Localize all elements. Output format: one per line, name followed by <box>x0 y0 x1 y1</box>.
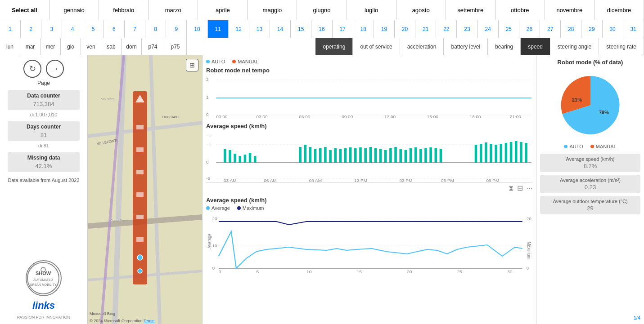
svg-rect-70 <box>364 148 367 163</box>
day-27[interactable]: 27 <box>540 20 561 38</box>
weekday-sab[interactable]: sab <box>101 38 122 55</box>
svg-text:2: 2 <box>206 77 209 82</box>
logo-area: SHOW AUTOMATED URBAN MOBILITY links PASS… <box>17 260 70 320</box>
day-29[interactable]: 29 <box>581 20 602 38</box>
day-1[interactable]: 1 <box>0 20 21 38</box>
day-22[interactable]: 22 <box>436 20 457 38</box>
month-marzo[interactable]: marzo <box>149 0 198 20</box>
svg-rect-94 <box>515 141 518 163</box>
svg-rect-68 <box>354 148 357 163</box>
day-10[interactable]: 10 <box>187 20 207 38</box>
svg-rect-59 <box>309 147 312 163</box>
day-4[interactable]: 4 <box>62 20 83 38</box>
show-logo: SHOW AUTOMATED URBAN MOBILITY <box>26 260 62 296</box>
month-aprile[interactable]: aprile <box>198 0 248 20</box>
chart-tools: ⧗ ⊟ ··· <box>206 184 532 192</box>
month-dicembre[interactable]: dicembre <box>594 0 644 20</box>
sensor-tab-out-of-service[interactable]: out of service <box>353 38 400 55</box>
day-2[interactable]: 2 <box>21 20 41 38</box>
pie-chart-area: 21% 79% <box>540 69 640 141</box>
more-icon[interactable]: ··· <box>527 184 532 192</box>
month-agosto[interactable]: agosto <box>396 0 446 20</box>
missing-data-title: Missing data <box>11 155 76 161</box>
weekday-mer[interactable]: mer <box>41 38 61 55</box>
svg-rect-76 <box>394 147 397 163</box>
day-11[interactable]: 11 <box>208 20 229 38</box>
day-24[interactable]: 24 <box>478 20 499 38</box>
svg-text:1: 1 <box>206 95 209 100</box>
next-button[interactable]: → <box>46 60 64 78</box>
day-8[interactable]: 8 <box>145 20 166 38</box>
day-15[interactable]: 15 <box>291 20 311 38</box>
svg-point-21 <box>137 255 143 260</box>
svg-text:SHOW: SHOW <box>36 271 51 276</box>
day-7[interactable]: 7 <box>125 20 145 38</box>
day-19[interactable]: 19 <box>374 20 395 38</box>
filter-icon[interactable]: ⧗ <box>509 184 513 192</box>
month-novembre[interactable]: novembre <box>545 0 594 20</box>
month-settembre[interactable]: settembre <box>446 0 495 20</box>
month-luglio[interactable]: luglio <box>347 0 396 20</box>
month-giugno[interactable]: giugno <box>297 0 347 20</box>
map-view-button[interactable]: ⊞ <box>186 59 198 71</box>
sensor-tab-speed[interactable]: speed <box>521 38 550 55</box>
svg-text:URBAN MOBILITY: URBAN MOBILITY <box>30 283 57 286</box>
sensor-tab-bearing[interactable]: bearing <box>488 38 521 55</box>
month-gennaio[interactable]: gennaio <box>50 0 99 20</box>
svg-rect-82 <box>424 148 427 163</box>
svg-text:15:00: 15:00 <box>427 115 438 118</box>
day-26[interactable]: 26 <box>519 20 540 38</box>
sensor-tab-steering-angle[interactable]: steering angle <box>550 38 599 55</box>
month-ottobre[interactable]: ottobre <box>495 0 545 20</box>
day-3[interactable]: 3 <box>41 20 62 38</box>
map-terms-link[interactable]: Terms <box>144 319 155 323</box>
day-28[interactable]: 28 <box>561 20 581 38</box>
day-21[interactable]: 21 <box>415 20 436 38</box>
sensor-tab-acceleration[interactable]: acceleration <box>400 38 444 55</box>
svg-rect-17 <box>136 170 144 174</box>
data-counter-card: Data counter 713,384 <box>8 90 80 110</box>
page-p75[interactable]: p75 <box>164 38 187 55</box>
day-12[interactable]: 12 <box>229 20 249 38</box>
select-all-button[interactable]: Select all <box>0 0 50 20</box>
day-20[interactable]: 20 <box>395 20 415 38</box>
days-bar: 1234567891011121314151617181920212223242… <box>0 20 644 38</box>
days-counter-di: di 81 <box>38 143 49 148</box>
svg-rect-69 <box>359 147 362 163</box>
day-6[interactable]: 6 <box>104 20 125 38</box>
weekday-gio[interactable]: gio <box>61 38 81 55</box>
day-14[interactable]: 14 <box>270 20 291 38</box>
day-31[interactable]: 31 <box>623 20 644 38</box>
grid-icon[interactable]: ⊟ <box>517 184 523 192</box>
sensor-tab-battery-level[interactable]: battery level <box>444 38 488 55</box>
weekday-mar[interactable]: mar <box>20 38 41 55</box>
month-maggio[interactable]: maggio <box>248 0 297 20</box>
day-13[interactable]: 13 <box>249 20 270 38</box>
svg-text:12:00: 12:00 <box>384 115 396 118</box>
svg-rect-71 <box>369 147 372 163</box>
svg-rect-51 <box>229 150 231 163</box>
map-copyright: © 2024 Microsoft Corporation Terms <box>90 319 155 323</box>
day-25[interactable]: 25 <box>499 20 519 38</box>
weekday-lun[interactable]: lun <box>0 38 20 55</box>
svg-text:10: 10 <box>306 270 311 274</box>
day-30[interactable]: 30 <box>603 20 623 38</box>
day-9[interactable]: 9 <box>166 20 187 38</box>
day-23[interactable]: 23 <box>457 20 477 38</box>
svg-text:21:00: 21:00 <box>510 115 521 118</box>
day-5[interactable]: 5 <box>83 20 104 38</box>
refresh-button[interactable]: ↻ <box>23 60 41 78</box>
links-logo: links <box>32 300 55 311</box>
weekday-dom[interactable]: dom <box>122 38 142 55</box>
day-18[interactable]: 18 <box>353 20 374 38</box>
svg-text:Maximum: Maximum <box>527 242 532 259</box>
svg-rect-64 <box>334 148 337 163</box>
svg-rect-90 <box>495 145 497 163</box>
day-17[interactable]: 17 <box>333 20 353 38</box>
page-p74[interactable]: p74 <box>142 38 164 55</box>
month-febbraio[interactable]: febbraio <box>99 0 149 20</box>
weekday-ven[interactable]: ven <box>81 38 101 55</box>
sensor-tab-operating[interactable]: operating <box>315 38 353 55</box>
day-16[interactable]: 16 <box>311 20 332 38</box>
sensor-tab-steering-rate[interactable]: steering rate <box>599 38 644 55</box>
